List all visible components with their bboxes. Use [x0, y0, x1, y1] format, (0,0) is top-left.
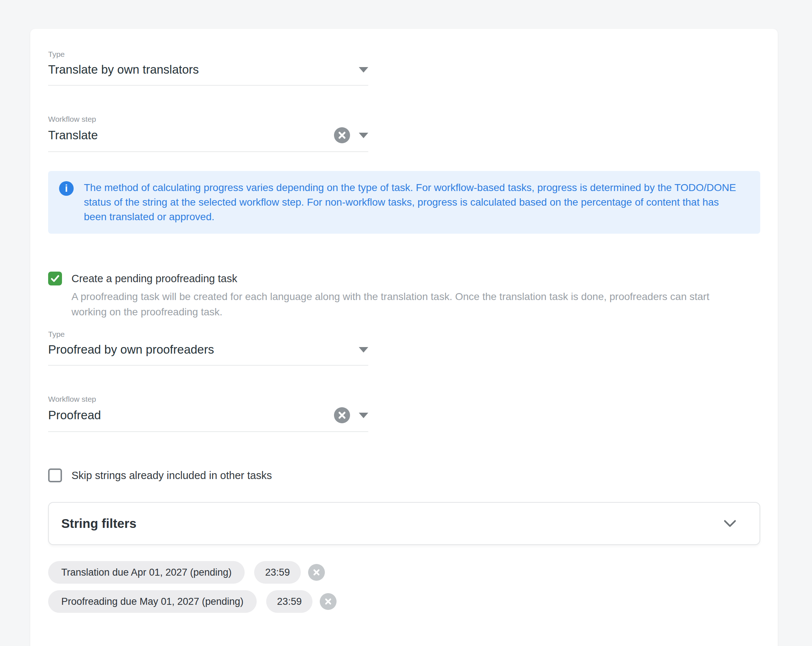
chevron-down-icon[interactable] — [359, 413, 368, 418]
translation-deadline-row: Translation due Apr 01, 2027 (pending) 2… — [48, 561, 760, 584]
translation-workflow-label: Workflow step — [48, 115, 368, 123]
proofreading-workflow-field: Workflow step Proofread — [48, 395, 368, 432]
translation-workflow-select[interactable]: Translate — [48, 127, 368, 152]
proofreading-deadline-chip[interactable]: Proofreading due May 01, 2027 (pending) — [48, 590, 257, 613]
proofreading-type-select[interactable]: Proofread by own proofreaders — [48, 342, 368, 366]
card-content: Type Translate by own translators Workfl… — [30, 29, 778, 613]
create-proofreading-label[interactable]: Create a pending proofreading task — [72, 271, 237, 285]
string-filters-title: String filters — [61, 516, 136, 531]
chevron-down-icon[interactable] — [359, 67, 368, 73]
translation-workflow-field: Workflow step Translate — [48, 115, 368, 152]
translation-type-field: Type Translate by own translators — [48, 50, 368, 86]
skip-strings-row: Skip strings already included in other t… — [48, 468, 760, 482]
proofreading-workflow-label: Workflow step — [48, 395, 368, 404]
progress-info-note: i The method of calculating progress var… — [48, 171, 760, 234]
string-filters-panel[interactable]: String filters — [48, 502, 760, 545]
proofreading-type-label: Type — [48, 330, 368, 339]
proofreading-deadline-row: Proofreading due May 01, 2027 (pending) … — [48, 590, 760, 613]
deadline-chips: Translation due Apr 01, 2027 (pending) 2… — [48, 561, 760, 613]
create-proofreading-checkbox[interactable] — [48, 271, 62, 285]
proofreading-deadline-time-chip[interactable]: 23:59 — [266, 590, 313, 613]
translation-workflow-value: Translate — [48, 128, 334, 143]
chevron-down-icon[interactable] — [359, 133, 368, 138]
info-icon: i — [59, 181, 74, 196]
translation-type-label: Type — [48, 50, 368, 59]
skip-strings-label[interactable]: Skip strings already included in other t… — [72, 468, 272, 482]
proofreading-type-value: Proofread by own proofreaders — [48, 342, 359, 357]
chevron-down-icon[interactable] — [359, 347, 368, 352]
proofreading-type-field: Type Proofread by own proofreaders — [48, 330, 368, 366]
clear-icon[interactable] — [334, 407, 350, 423]
remove-translation-deadline-icon[interactable] — [308, 564, 325, 581]
translation-type-select[interactable]: Translate by own translators — [48, 62, 368, 86]
skip-strings-checkbox[interactable] — [48, 468, 62, 482]
proofreading-workflow-value: Proofread — [48, 408, 334, 422]
create-proofreading-row: Create a pending proofreading task — [48, 271, 760, 285]
clear-icon[interactable] — [334, 127, 350, 143]
remove-proofreading-deadline-icon[interactable] — [320, 593, 337, 610]
translation-deadline-time-chip[interactable]: 23:59 — [254, 561, 301, 584]
translation-type-value: Translate by own translators — [48, 62, 359, 77]
create-proofreading-description: A proofreading task will be created for … — [72, 289, 728, 320]
info-note-text: The method of calculating progress varie… — [84, 180, 740, 224]
translation-deadline-chip[interactable]: Translation due Apr 01, 2027 (pending) — [48, 561, 245, 584]
chevron-down-icon[interactable] — [723, 519, 737, 528]
task-settings-card: Type Translate by own translators Workfl… — [30, 29, 778, 646]
proofreading-workflow-select[interactable]: Proofread — [48, 407, 368, 432]
